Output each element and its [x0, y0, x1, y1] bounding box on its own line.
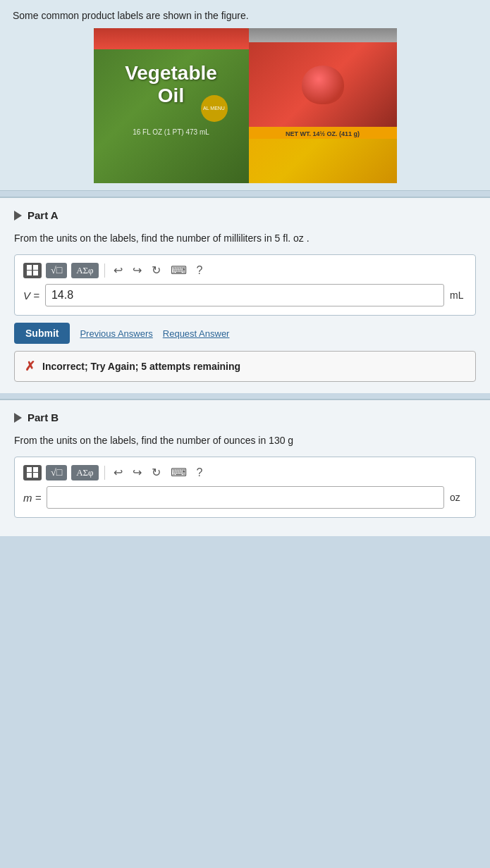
help-button-b[interactable]: ? — [194, 465, 206, 480]
part-a-title: Part A — [27, 209, 59, 221]
part-b-question: From the units on the labels, find the n… — [14, 433, 476, 448]
part-b-unit: oz — [450, 492, 467, 503]
incorrect-icon-a: ✗ — [25, 359, 35, 374]
request-answer-link-a[interactable]: Request Answer — [163, 328, 230, 339]
product-image: VegetableOil AL MENU 16 FL OZ (1 PT) 473… — [94, 28, 397, 183]
refresh-button-a[interactable]: ↻ — [149, 262, 164, 278]
refresh-button-b[interactable]: ↻ — [149, 464, 164, 480]
sqrt-icon-b: √□ — [51, 467, 62, 478]
part-b-header: Part B — [14, 411, 476, 423]
part-b-input-row: m = oz — [23, 486, 467, 509]
part-a-answer-input[interactable] — [45, 284, 444, 306]
separator-1 — [0, 191, 490, 197]
part-a-unit: mL — [450, 290, 467, 301]
can-food-visual — [249, 42, 397, 127]
part-b-answer-input[interactable] — [47, 486, 444, 509]
undo-button-a[interactable]: ↩ — [111, 262, 125, 278]
collapse-icon-b[interactable] — [14, 413, 22, 423]
toolbar-sep-a — [104, 264, 105, 278]
can-right-label: NET WT. 14½ OZ. (411 g) — [249, 127, 397, 139]
intro-section: Some common product labels are shown in … — [0, 0, 490, 191]
redo-button-a[interactable]: ↪ — [130, 262, 145, 278]
matrix-button-a[interactable] — [23, 263, 42, 278]
toolbar-sep-b — [104, 466, 105, 480]
part-b-answer-box: √□ AΣφ ↩ ↪ ↻ ⌨ ? m = oz — [14, 457, 476, 518]
undo-button-b[interactable]: ↩ — [111, 464, 125, 480]
can-bottom-text: 16 FL OZ (1 PT) 473 mL — [94, 128, 249, 136]
redo-button-b[interactable]: ↪ — [130, 464, 145, 480]
part-b-var-label: m = — [23, 492, 41, 504]
tomato-graphic — [302, 66, 344, 104]
part-a-question: From the units on the labels, find the n… — [14, 231, 476, 246]
part-b-section: Part B From the units on the labels, fin… — [0, 399, 490, 536]
vegetable-oil-can: VegetableOil AL MENU 16 FL OZ (1 PT) 473… — [94, 28, 249, 183]
alpha-sigma-button-a[interactable]: AΣφ — [71, 263, 98, 278]
previous-answers-link-a[interactable]: Previous Answers — [80, 328, 152, 339]
sqrt-button-b[interactable]: √□ — [46, 465, 67, 480]
collapse-icon-a[interactable] — [14, 211, 22, 221]
sqrt-button-a[interactable]: √□ — [46, 263, 67, 278]
part-a-feedback-box: ✗ Incorrect; Try Again; 5 attempts remai… — [14, 351, 476, 382]
part-a-toolbar: √□ AΣφ ↩ ↪ ↻ ⌨ ? — [23, 262, 467, 278]
feedback-text-a: Incorrect; Try Again; 5 attempts remaini… — [42, 361, 240, 372]
can-title: VegetableOil — [94, 49, 249, 107]
keyboard-button-b[interactable]: ⌨ — [168, 464, 190, 480]
part-a-input-row: V = mL — [23, 284, 467, 306]
separator-2 — [0, 393, 490, 399]
sqrt-icon-a: √□ — [51, 265, 62, 276]
part-a-action-row: Submit Previous Answers Request Answer — [14, 323, 476, 344]
can-right-top — [249, 28, 397, 42]
part-a-answer-box: √□ AΣφ ↩ ↪ ↻ ⌨ ? V = mL — [14, 254, 476, 316]
part-a-var-label: V = — [23, 290, 39, 302]
part-b-title: Part B — [27, 411, 59, 423]
submit-button-a[interactable]: Submit — [14, 323, 70, 344]
part-a-header: Part A — [14, 209, 476, 221]
keyboard-button-a[interactable]: ⌨ — [168, 262, 190, 278]
can-top-strip — [94, 28, 249, 49]
can-badge: AL MENU — [201, 95, 228, 122]
part-b-toolbar: √□ AΣφ ↩ ↪ ↻ ⌨ ? — [23, 464, 467, 480]
alpha-sigma-button-b[interactable]: AΣφ — [71, 465, 98, 480]
matrix-button-b[interactable] — [23, 465, 42, 480]
intro-text: Some common product labels are shown in … — [13, 10, 477, 21]
part-a-section: Part A From the units on the labels, fin… — [0, 197, 490, 393]
help-button-a[interactable]: ? — [194, 263, 206, 278]
tomato-can: NET WT. 14½ OZ. (411 g) — [249, 28, 397, 183]
